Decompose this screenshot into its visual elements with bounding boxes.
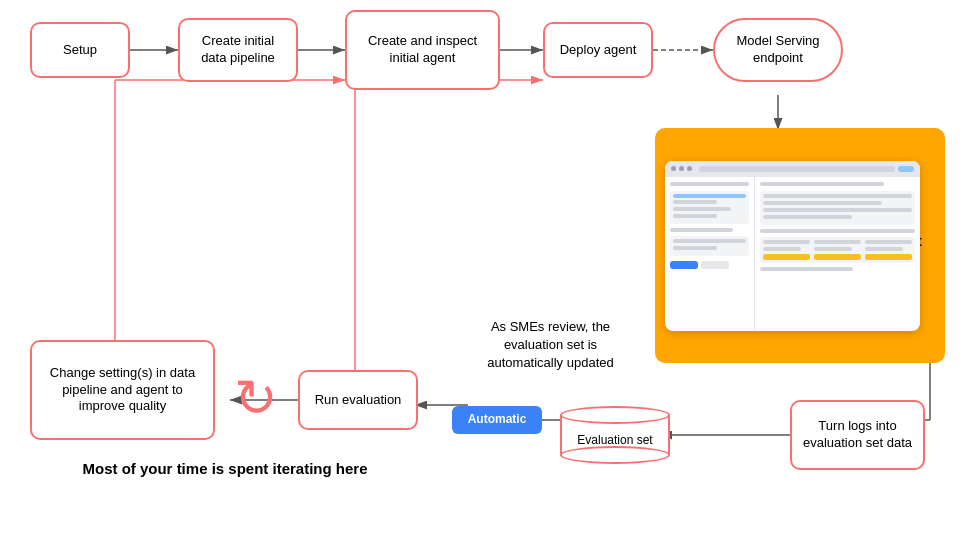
bottom-label: Most of your time is spent iterating her… <box>30 460 420 477</box>
create-pipeline-node: Create initial data pipeline <box>178 18 298 82</box>
diagram: Setup Create initial data pipeline Creat… <box>0 0 960 540</box>
evaluation-set-node: Evaluation set <box>555 400 675 470</box>
create-inspect-node: Create and inspect initial agent <box>345 10 500 90</box>
run-evaluation-node: Run evaluation <box>298 370 418 430</box>
circular-arrows-icon: ↻ <box>218 360 293 435</box>
deploy-agent-node: Deploy agent <box>543 22 653 78</box>
change-settings-node: Change setting(s) in data pipeline and a… <box>30 340 215 440</box>
turn-logs-node: Turn logs into evaluation set data <box>790 400 925 470</box>
as-smes-review-node: As SMEs review, the evaluation set is au… <box>468 310 633 381</box>
automatic-node: Automatic <box>452 406 542 434</box>
setup-node: Setup <box>30 22 130 78</box>
smes-review-container: SMEs use review app UI to test the bot <box>655 128 945 363</box>
model-serving-node: Model Serving endpoint <box>713 18 843 82</box>
